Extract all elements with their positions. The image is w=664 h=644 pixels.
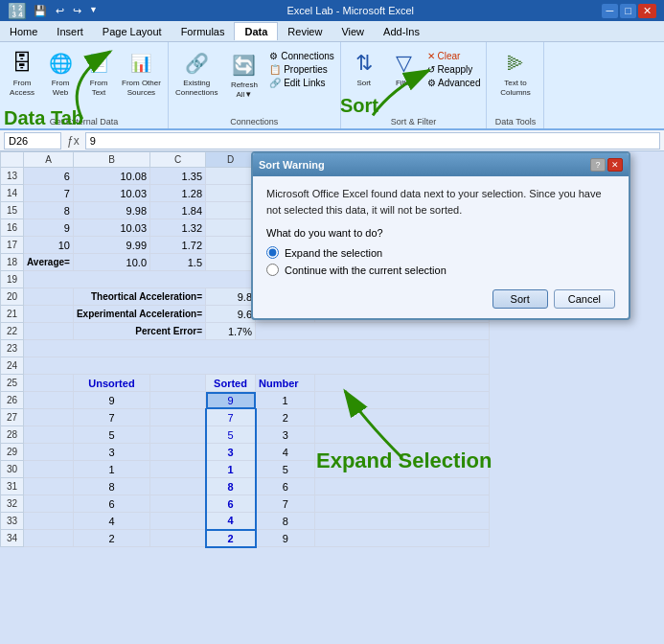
row-header[interactable]: 21 xyxy=(1,306,24,323)
row-header-34[interactable]: 34 xyxy=(1,530,24,547)
col-header-c[interactable]: C xyxy=(150,152,206,168)
from-other-btn[interactable]: 📊 From OtherSources xyxy=(119,46,164,99)
col-header-b[interactable]: B xyxy=(73,152,149,168)
dialog-title: Sort Warning xyxy=(259,159,325,171)
sort-btn-ribbon[interactable]: ⇅ Sort xyxy=(345,46,383,89)
cell-a13[interactable]: 6 xyxy=(24,168,74,185)
quick-dropdown[interactable]: ▼ xyxy=(87,4,100,18)
table-row: 29 3 3 4 xyxy=(1,444,490,461)
ribbon-group-sort-filter: ⇅ Sort ▽ Filter ✕ Clear ↺ Reapply ⚙ Adva… xyxy=(341,42,488,128)
col-header-a[interactable]: A xyxy=(24,152,74,168)
connections-label: Connections xyxy=(169,117,340,126)
minimize-btn[interactable]: ─ xyxy=(602,4,619,18)
edit-links-btn[interactable]: 🔗 Edit Links xyxy=(267,77,335,89)
menu-data[interactable]: Data xyxy=(234,22,278,40)
row-header-33[interactable]: 33 xyxy=(1,513,24,530)
table-row: 32 6 6 7 xyxy=(1,495,490,513)
menu-review[interactable]: Review xyxy=(278,23,332,40)
table-row: 27 7 7 2 xyxy=(1,409,490,426)
row-header[interactable]: 25 xyxy=(1,375,24,392)
properties-btn[interactable]: 📋 Properties xyxy=(267,63,335,76)
radio-continue[interactable]: Continue with the current selection xyxy=(266,264,615,276)
maximize-btn[interactable]: □ xyxy=(620,4,636,18)
from-web-btn[interactable]: 🌐 FromWeb xyxy=(42,46,79,99)
ribbon-group-connections: 🔗 ExistingConnections 🔄 RefreshAll▼ ⚙ Co… xyxy=(169,42,341,128)
from-access-btn[interactable]: 🗄 FromAccess xyxy=(4,46,40,99)
row-header-31[interactable]: 31 xyxy=(1,478,24,495)
menu-formulas[interactable]: Formulas xyxy=(172,23,235,40)
ribbon-group-external-data: 🗄 FromAccess 🌐 FromWeb 📄 FromText 📊 From… xyxy=(0,42,169,128)
connections-btn[interactable]: ⚙ Connections xyxy=(267,50,335,62)
dialog-close-btn[interactable]: ✕ xyxy=(607,158,623,172)
data-tools-label: Data Tools xyxy=(487,117,543,126)
menu-add-ins[interactable]: Add-Ins xyxy=(374,23,429,40)
table-row: 25 Unsorted Sorted Number xyxy=(1,375,490,392)
table-row: 28 5 5 3 xyxy=(1,426,490,444)
dialog-sort-btn[interactable]: Sort xyxy=(492,289,548,309)
row-header-32[interactable]: 32 xyxy=(1,495,24,513)
row-header[interactable]: 13 xyxy=(1,168,24,185)
table-row: 23 xyxy=(1,340,490,357)
row-header[interactable]: 14 xyxy=(1,185,24,202)
row-header-26[interactable]: 26 xyxy=(1,392,24,409)
table-row: 22 Percent Error= 1.7% xyxy=(1,323,490,340)
dialog-cancel-btn[interactable]: Cancel xyxy=(554,289,615,309)
advanced-btn[interactable]: ⚙ Advanced xyxy=(425,77,483,89)
dialog-question: What do you want to do? xyxy=(266,227,615,239)
row-header-29[interactable]: 29 xyxy=(1,444,24,461)
table-row: 26 9 9 1 xyxy=(1,392,490,409)
row-header-27[interactable]: 27 xyxy=(1,409,24,426)
row-header[interactable]: 17 xyxy=(1,237,24,254)
cell-c13[interactable]: 1.35 xyxy=(150,168,206,185)
filter-btn[interactable]: ▽ Filter xyxy=(385,46,424,89)
from-text-btn[interactable]: 📄 FromText xyxy=(80,46,117,99)
dialog-message: Microsoft Office Excel found data next t… xyxy=(266,186,615,218)
close-btn[interactable]: ✕ xyxy=(638,4,656,18)
external-data-label: Get External Data xyxy=(50,117,119,126)
row-header[interactable]: 19 xyxy=(1,271,24,288)
cell-b13[interactable]: 10.08 xyxy=(73,168,149,185)
quick-save[interactable]: 💾 xyxy=(31,4,50,18)
formula-input[interactable] xyxy=(85,132,660,150)
menu-home[interactable]: Home xyxy=(0,23,47,40)
quick-redo[interactable]: ↪ xyxy=(70,4,84,18)
row-header[interactable]: 24 xyxy=(1,357,24,375)
radio-expand[interactable]: Expand the selection xyxy=(266,246,615,259)
row-header[interactable]: 23 xyxy=(1,340,24,357)
existing-connections-btn[interactable]: 🔗 ExistingConnections xyxy=(172,46,220,99)
dialog-help-btn[interactable]: ? xyxy=(590,158,606,172)
refresh-all-btn[interactable]: 🔄 RefreshAll▼ xyxy=(222,48,265,101)
quick-undo[interactable]: ↩ xyxy=(53,4,67,18)
ribbon-group-data-tools: ⫸ Text toColumns Data Tools xyxy=(487,42,544,128)
row-header-30[interactable]: 30 xyxy=(1,461,24,478)
table-row: 31 8 8 6 xyxy=(1,478,490,495)
table-row: 24 xyxy=(1,357,490,375)
table-row: 34 2 2 9 xyxy=(1,530,490,547)
clear-btn[interactable]: ✕ Clear xyxy=(425,50,483,62)
row-header[interactable]: 22 xyxy=(1,323,24,340)
menu-insert[interactable]: Insert xyxy=(47,23,93,40)
row-header[interactable]: 16 xyxy=(1,219,24,237)
dialog-titlebar: Sort Warning ? ✕ xyxy=(253,153,629,176)
reapply-btn[interactable]: ↺ Reapply xyxy=(425,63,483,76)
function-icon: ƒx xyxy=(65,134,81,148)
sort-filter-label: Sort & Filter xyxy=(341,117,487,126)
expand-label: Expand the selection xyxy=(285,247,382,259)
row-header[interactable]: 15 xyxy=(1,202,24,219)
row-header-28[interactable]: 28 xyxy=(1,426,24,444)
name-box[interactable] xyxy=(4,132,61,150)
col-header-d[interactable]: D xyxy=(206,152,256,168)
text-to-columns-btn[interactable]: ⫸ Text toColumns xyxy=(491,46,539,99)
table-row: 33 4 4 8 xyxy=(1,513,490,530)
continue-label: Continue with the current selection xyxy=(285,264,446,276)
dialog-sort-warning: Sort Warning ? ✕ Microsoft Office Excel … xyxy=(251,151,630,320)
title-bar-text: Excel Lab - Microsoft Excel xyxy=(286,5,414,16)
row-header[interactable]: 18 xyxy=(1,254,24,271)
menu-page-layout[interactable]: Page Layout xyxy=(93,23,172,40)
cell-d13[interactable] xyxy=(206,168,256,185)
menu-view[interactable]: View xyxy=(332,23,374,40)
corner-header xyxy=(1,152,24,168)
table-row: 30 1 1 5 xyxy=(1,461,490,478)
row-header[interactable]: 20 xyxy=(1,288,24,306)
